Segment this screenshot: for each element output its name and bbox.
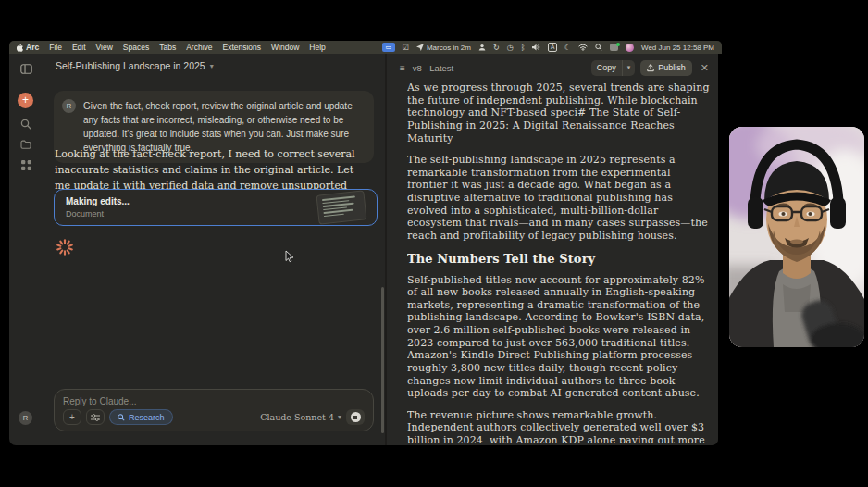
research-button[interactable]: Research [109, 409, 173, 425]
chat-header[interactable]: Self-Publishing Landscape in 2025 ▾ [43, 54, 385, 78]
tools-sliders-button[interactable] [86, 409, 105, 425]
document-paragraph: The self-publishing landscape in 2025 re… [407, 154, 710, 242]
status-app-icon[interactable] [610, 44, 618, 51]
making-edits-card[interactable]: Making edits... Document [54, 189, 378, 226]
menu-view[interactable]: View [96, 43, 113, 52]
macos-menubar: ArcFileEditViewSpacesTabsArchiveExtensio… [9, 41, 722, 54]
thinking-spinner-icon [56, 238, 74, 256]
focus-moon-icon[interactable]: ☾ [564, 43, 571, 52]
publish-upload-icon [647, 64, 654, 72]
menu-archive[interactable]: Archive [186, 43, 212, 52]
menubar-clock[interactable]: Wed Jun 25 12:58 PM [641, 44, 714, 52]
volume-icon[interactable] [532, 43, 540, 52]
icon-rail: + R [9, 54, 43, 445]
copy-dropdown[interactable]: ▾ [622, 60, 636, 76]
user-status-icon[interactable] [478, 43, 486, 52]
presenter-webcam-illustration [729, 127, 864, 347]
document-header: ≡ v8 · Latest Copy ▾ Publish ✕ [387, 54, 718, 81]
new-chat-button[interactable]: + [18, 93, 33, 108]
publish-button[interactable]: Publish [640, 60, 692, 76]
user-avatar: R [62, 99, 76, 113]
share-status[interactable]: Marcos in 2m [416, 44, 471, 52]
chat-panel: Self-Publishing Landscape in 2025 ▾ R Gi… [43, 54, 385, 445]
document-thumbnail [316, 190, 366, 224]
input-source-icon[interactable]: A [548, 43, 556, 52]
composer-input[interactable]: Reply to Claude... [63, 396, 365, 406]
apple-logo-icon[interactable] [17, 44, 24, 52]
search-icon[interactable] [595, 43, 602, 52]
sidebar-toggle-icon[interactable] [19, 61, 33, 76]
screen-capture: ArcFileEditViewSpacesTabsArchiveExtensio… [9, 41, 722, 447]
tool-card-subtitle: Document [66, 209, 104, 219]
composer[interactable]: Reply to Claude... + Research Claude Son… [54, 389, 374, 431]
paper-plane-icon [416, 44, 424, 51]
document-paragraph: As we progress through 2025, several tre… [407, 81, 710, 144]
chevron-down-icon: ▾ [210, 62, 214, 70]
sync-icon[interactable]: ↻ [493, 43, 500, 52]
version-label: v8 · Latest [413, 63, 453, 73]
mouse-cursor [285, 250, 294, 263]
attach-plus-button[interactable]: + [63, 409, 81, 425]
share-status-label: Marcos in 2m [427, 44, 471, 52]
model-label: Claude Sonnet 4 [260, 412, 334, 422]
version-list-icon[interactable]: ≡ [400, 63, 405, 73]
stop-generating-button[interactable] [346, 409, 365, 425]
menu-file[interactable]: File [49, 43, 62, 52]
menu-extensions[interactable]: Extensions [223, 43, 262, 52]
document-panel: ≡ v8 · Latest Copy ▾ Publish ✕ As we pro… [387, 54, 718, 445]
close-icon[interactable]: ✕ [701, 62, 709, 74]
checklist-icon[interactable]: ☑ [403, 43, 409, 52]
tool-card-title: Making edits... [66, 196, 130, 206]
wifi-icon[interactable] [578, 43, 588, 52]
chat-scrollbar[interactable] [381, 287, 384, 433]
menu-edit[interactable]: Edit [72, 43, 86, 52]
menu-tabs[interactable]: Tabs [159, 43, 176, 52]
claude-app-window: + R Self-Publishing Landscape in 2025 ▾ … [9, 54, 718, 445]
screen-capture-icon[interactable]: ▭ [382, 43, 395, 52]
menu-help[interactable]: Help [309, 43, 325, 52]
menu-window[interactable]: Window [271, 43, 299, 52]
apps-grid-icon[interactable] [19, 157, 33, 172]
menubar-menus: ArcFileEditViewSpacesTabsArchiveExtensio… [26, 43, 326, 52]
bluetooth-icon[interactable]: ᛒ [521, 43, 526, 52]
chats-search-icon[interactable] [19, 117, 33, 131]
model-selector[interactable]: Claude Sonnet 4 ▾ [260, 412, 341, 422]
user-message-text: Given the fact, check report, review the… [83, 101, 353, 153]
publish-label: Publish [658, 63, 686, 72]
webcam-overlay [729, 127, 864, 347]
account-avatar[interactable]: R [19, 411, 32, 425]
copy-button[interactable]: Copy ▾ [591, 60, 636, 76]
copy-label: Copy [591, 63, 622, 72]
history-clock-icon[interactable]: ◷ [507, 43, 514, 52]
conversation-title[interactable]: Self-Publishing Landscape in 2025 [56, 60, 205, 71]
menubar-avatar[interactable] [626, 44, 634, 52]
document-content: As we progress through 2025, several tre… [407, 81, 710, 443]
research-magnifier-icon [118, 414, 125, 421]
research-label: Research [129, 413, 165, 422]
chevron-down-icon: ▾ [338, 413, 341, 421]
stop-icon [351, 412, 361, 422]
menu-arc[interactable]: Arc [26, 43, 39, 52]
document-paragraph: The revenue picture shows remarkable gro… [407, 409, 710, 443]
menu-spaces[interactable]: Spaces [123, 43, 149, 52]
document-heading: The Numbers Tell the Story [407, 252, 710, 267]
projects-folder-icon[interactable] [19, 137, 33, 152]
document-paragraph: Self-published titles now account for ap… [407, 274, 710, 400]
